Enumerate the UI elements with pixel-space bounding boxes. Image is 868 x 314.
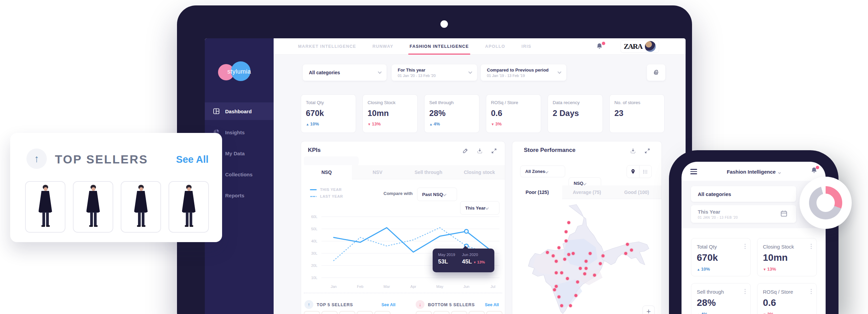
kpi-card-no-of-stores[interactable]: No. of stores 23 bbox=[609, 94, 665, 133]
svg-text:60L: 60L bbox=[311, 215, 317, 219]
tab-good[interactable]: Good (100) bbox=[612, 185, 662, 199]
tab-nsv[interactable]: NSV bbox=[352, 165, 403, 179]
top-sellers-title: TOP SELLERS bbox=[55, 153, 148, 166]
compare-filter[interactable]: Compared to Previous period 01 Jan '19 -… bbox=[481, 64, 566, 81]
kpi-card-closing-stock[interactable]: Closing Stock 10mn 13% bbox=[362, 94, 418, 133]
store-dot[interactable] bbox=[566, 277, 569, 280]
kpi-card-total-qty[interactable]: Total Qty 670k 10% bbox=[301, 94, 356, 133]
product-tile[interactable] bbox=[121, 181, 161, 233]
store-dot[interactable] bbox=[572, 252, 575, 255]
kpis-panel: KPIs NSQ NSV Sell through Closing stock … bbox=[301, 141, 505, 314]
seller-thumbnail[interactable] bbox=[451, 311, 467, 314]
kebab-menu-icon[interactable] bbox=[745, 289, 746, 295]
product-tile[interactable] bbox=[169, 181, 209, 233]
tab-average[interactable]: Average (75) bbox=[562, 185, 612, 199]
store-dot[interactable] bbox=[546, 251, 549, 254]
edit-icon[interactable] bbox=[462, 148, 469, 154]
phone-category-filter[interactable]: All categories bbox=[691, 186, 796, 202]
product-tile[interactable] bbox=[73, 181, 113, 233]
store-dot[interactable] bbox=[601, 254, 605, 257]
store-dot[interactable] bbox=[555, 285, 558, 288]
stylumia-logo[interactable]: stylumia bbox=[205, 55, 274, 89]
phone-kpi-total-qty[interactable]: Total Qty 670k 10% bbox=[691, 238, 751, 276]
sidebar-item-dashboard[interactable]: Dashboard bbox=[205, 102, 274, 120]
kebab-menu-icon[interactable] bbox=[811, 244, 812, 250]
tab-market-intelligence[interactable]: MARKET INTELLIGENCE bbox=[298, 38, 356, 55]
kpi-card-sell-through[interactable]: Sell through 28% 4% bbox=[424, 94, 479, 133]
delta-up: 10% bbox=[306, 121, 351, 126]
kebab-menu-icon[interactable] bbox=[745, 244, 746, 250]
tab-sell-through[interactable]: Sell through bbox=[403, 165, 454, 179]
phone-kpi-rosq-store[interactable]: ROSq / Store 0.6 3% bbox=[757, 283, 817, 314]
tab-closing-stock[interactable]: Closing stock bbox=[454, 165, 505, 179]
store-dot[interactable] bbox=[593, 274, 596, 277]
sellers-row: ↑ TOP 5 SELLERS See All ↓ BOTTOM 5 SELLE… bbox=[301, 299, 505, 311]
india-store-map[interactable] bbox=[516, 200, 658, 314]
store-dot[interactable] bbox=[565, 239, 568, 242]
tab-poor[interactable]: Poor (125) bbox=[512, 185, 562, 199]
store-dot[interactable] bbox=[552, 254, 555, 257]
kpis-metric-tabs: NSQ NSV Sell through Closing stock bbox=[301, 165, 505, 179]
tab-nsq[interactable]: NSQ bbox=[301, 165, 352, 179]
category-filter[interactable]: All categories bbox=[303, 64, 387, 81]
top-sellers-see-all-link[interactable]: See All bbox=[176, 154, 209, 165]
seller-thumbnail[interactable] bbox=[374, 311, 391, 314]
phone-notifications-bell[interactable] bbox=[810, 166, 818, 175]
delta-down: 3% bbox=[491, 121, 536, 126]
store-dot[interactable] bbox=[565, 230, 568, 233]
store-dot[interactable] bbox=[579, 267, 582, 270]
expand-icon[interactable] bbox=[491, 148, 497, 154]
phone-device: Fashion Intelligence All categories This… bbox=[669, 150, 839, 314]
store-dot[interactable] bbox=[557, 295, 560, 298]
settings-button[interactable] bbox=[647, 64, 665, 81]
product-tile[interactable] bbox=[25, 181, 65, 233]
map-view-button[interactable] bbox=[627, 165, 639, 178]
list-view-button[interactable] bbox=[639, 165, 651, 178]
kpi-card-rosq-store[interactable]: ROSq / Store 0.6 3% bbox=[486, 94, 541, 133]
donut-chart-badge bbox=[800, 177, 852, 229]
store-dot[interactable] bbox=[576, 280, 579, 283]
delta-down: 3% bbox=[763, 312, 811, 314]
store-dot[interactable] bbox=[585, 267, 588, 270]
tab-runway[interactable]: RUNWAY bbox=[372, 38, 393, 55]
seller-thumbnail[interactable] bbox=[339, 311, 355, 314]
phone-kpi-closing-stock[interactable]: Closing Stock 10mn 13% bbox=[757, 238, 817, 276]
kebab-menu-icon[interactable] bbox=[811, 289, 812, 295]
store-dot[interactable] bbox=[630, 249, 633, 252]
store-dot[interactable] bbox=[555, 271, 558, 274]
phone-kpi-sell-through[interactable]: Sell through 28% 4% bbox=[691, 283, 751, 314]
client-account[interactable]: ZARA bbox=[620, 40, 659, 53]
download-icon[interactable] bbox=[630, 148, 636, 154]
chevron-down-icon bbox=[545, 170, 548, 173]
seller-thumbnail[interactable] bbox=[486, 311, 502, 314]
seller-thumbnail[interactable] bbox=[469, 311, 485, 314]
dashboard-icon bbox=[213, 108, 220, 115]
tab-iris[interactable]: IRIS bbox=[521, 38, 531, 55]
client-logo: ZARA bbox=[624, 42, 642, 51]
store-dot[interactable] bbox=[563, 258, 566, 261]
expand-icon[interactable] bbox=[644, 148, 651, 154]
phone-period-filter[interactable]: This Year 01 JAN '20 - 13 FEB '20 bbox=[691, 205, 796, 223]
map-zoom-in-button[interactable]: + bbox=[643, 306, 655, 314]
seller-thumbnail[interactable] bbox=[416, 311, 432, 314]
kpi-card-data-recency[interactable]: Data recency 2 Days bbox=[548, 94, 603, 133]
compare-metric-dropdown[interactable]: Past NSQ bbox=[417, 188, 457, 201]
period-filter[interactable]: For This year 01 Jan '20 - 13 Feb '20 bbox=[392, 64, 477, 81]
svg-text:Jul: Jul bbox=[491, 284, 495, 289]
store-performance-panel: Store Performance All Zones NSQ bbox=[512, 141, 662, 314]
delta-up: 4% bbox=[429, 121, 474, 126]
bottom5-see-all-link[interactable]: See All bbox=[485, 302, 499, 307]
seller-thumbnail[interactable] bbox=[357, 311, 373, 314]
store-dot[interactable] bbox=[626, 243, 629, 246]
tab-apollo[interactable]: APOLLO bbox=[485, 38, 505, 55]
notifications-bell[interactable] bbox=[595, 42, 604, 51]
seller-thumbnail[interactable] bbox=[321, 311, 338, 314]
store-dot[interactable] bbox=[583, 272, 586, 275]
store-dot[interactable] bbox=[599, 262, 602, 265]
top5-see-all-link[interactable]: See All bbox=[381, 302, 395, 307]
download-icon[interactable] bbox=[476, 148, 483, 154]
zones-dropdown[interactable]: All Zones bbox=[520, 165, 565, 177]
seller-thumbnail[interactable] bbox=[433, 311, 450, 314]
seller-thumbnail[interactable] bbox=[304, 311, 320, 314]
tab-fashion-intelligence[interactable]: FASHION INTELLIGENCE bbox=[410, 38, 469, 55]
